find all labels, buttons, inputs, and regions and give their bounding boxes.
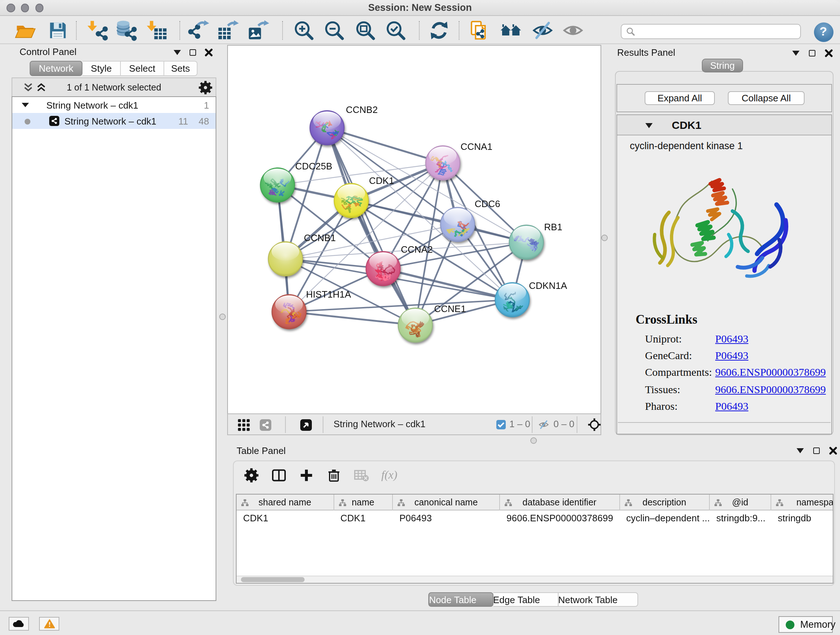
save-session-icon[interactable] [47, 19, 69, 41]
search-input[interactable] [635, 25, 800, 37]
panel-menu-icon[interactable] [792, 51, 799, 56]
hide-eye-icon[interactable] [532, 19, 554, 41]
results-panel-title: Results Panel [617, 47, 675, 58]
panel-float-icon[interactable] [809, 50, 815, 57]
table-tab-edge-table[interactable]: Edge Table [493, 592, 558, 607]
table-row[interactable]: CDK1CDK1P064939606.ENSP00000378699cyclin… [237, 510, 833, 526]
control-tab-style[interactable]: Style [82, 61, 121, 76]
search-field[interactable] [621, 24, 801, 39]
network-canvas[interactable]: CCNB2CCNA1CDC25BCDK1CDC6RB1CCNB1CCNA2CDK… [227, 45, 601, 414]
network-graph[interactable]: CCNB2CCNA1CDC25BCDK1CDC6RB1CCNB1CCNA2CDK… [228, 46, 600, 413]
panel-menu-icon[interactable] [174, 50, 181, 55]
table-cell[interactable]: P06493 [393, 510, 500, 526]
import-table-file-icon[interactable] [146, 19, 168, 41]
cloud-button[interactable] [8, 616, 29, 630]
crosslink-link[interactable]: P06493 [715, 333, 748, 345]
table-cell[interactable]: stringdb [771, 510, 833, 526]
control-tab-sets[interactable]: Sets [164, 61, 197, 76]
protein-section-header[interactable]: CDK1 [617, 115, 831, 135]
protein-expander-icon[interactable] [645, 123, 652, 128]
zoom-out-icon[interactable] [324, 19, 345, 41]
panel-menu-icon[interactable] [797, 448, 804, 453]
network-options-gear-icon[interactable] [198, 80, 213, 95]
column-header-database-identifier[interactable]: database identifier [500, 494, 620, 510]
zoom-selected-icon[interactable] [385, 19, 407, 41]
zoom-in-icon[interactable] [293, 19, 315, 41]
show-eye-icon[interactable] [562, 19, 584, 41]
grid-view-icon[interactable] [237, 418, 250, 432]
table-cell[interactable]: 9606.ENSP00000378699 [500, 510, 620, 526]
crosslink-link[interactable]: 9606.ENSP00000378699 [715, 367, 826, 379]
table-cell[interactable]: CDK1 [237, 510, 334, 526]
table-cell[interactable]: CDK1 [334, 510, 393, 526]
table-panel-title: Table Panel [237, 445, 286, 456]
crosslink-link[interactable]: 9606.ENSP00000378699 [715, 384, 826, 396]
column-header--id[interactable]: @id [710, 494, 771, 510]
delete-column-icon[interactable] [326, 467, 341, 483]
column-header-name[interactable]: name [334, 494, 393, 510]
crosslink-link[interactable]: P06493 [715, 401, 748, 413]
protein-name: CDK1 [672, 119, 701, 131]
node-label-CCNB1: CCNB1 [304, 233, 336, 243]
table-cell[interactable]: cyclin–dependent ... [620, 510, 710, 526]
column-header-description[interactable]: description [620, 494, 710, 510]
network-collection-row[interactable]: String Network – cdk1 1 [12, 97, 216, 113]
birds-eye-view-icon[interactable] [587, 418, 601, 432]
network-node-count: 11 [166, 116, 188, 126]
add-column-icon[interactable] [299, 467, 314, 483]
zoom-fit-icon[interactable] [355, 19, 376, 41]
panel-float-icon[interactable] [813, 448, 820, 454]
selected-checkbox-icon[interactable] [496, 420, 506, 429]
control-tab-select[interactable]: Select [121, 61, 164, 76]
copy-documents-icon[interactable] [468, 19, 490, 41]
scrollbar-thumb[interactable] [241, 577, 305, 582]
open-in-new-window-icon[interactable] [300, 419, 312, 431]
export-network-icon[interactable] [188, 19, 210, 41]
table-horizontal-scrollbar[interactable] [237, 575, 832, 583]
column-header-shared-name[interactable]: shared name [237, 494, 334, 510]
network-view-name: String Network – cdk1 [333, 414, 425, 434]
function-builder-icon: f(x) [381, 469, 397, 481]
network-share-icon[interactable] [260, 419, 271, 431]
crosslink-row: Pharos:P06493 [636, 401, 698, 412]
node-label-CCNA1: CCNA1 [461, 141, 493, 152]
cloud-icon [13, 619, 25, 628]
toolbar-separator [282, 21, 283, 40]
column-header-namespace[interactable]: namespace [771, 494, 833, 510]
left-splitter-handle[interactable] [219, 314, 226, 320]
crosslinks-section: CrossLinks Uniprot:P06493GeneCard:P06493… [636, 312, 698, 412]
memory-button[interactable]: Memory [778, 616, 833, 633]
control-tab-network[interactable]: Network [30, 61, 82, 76]
selected-status: 1 – 0 [509, 414, 531, 434]
split-columns-icon[interactable] [271, 467, 286, 483]
import-network-file-icon[interactable] [87, 19, 109, 41]
table-tab-network-table[interactable]: Network Table [558, 592, 638, 607]
network-row[interactable]: String Network – cdk1 11 48 [12, 113, 216, 129]
table-cell[interactable]: stringdb:9... [710, 510, 771, 526]
column-tree-icon [397, 499, 405, 507]
expand-all-button[interactable]: Expand All [645, 91, 715, 105]
panel-close-icon[interactable] [205, 49, 213, 57]
refresh-icon[interactable] [428, 19, 450, 41]
column-header-canonical-name[interactable]: canonical name [393, 494, 500, 510]
hidden-eye-icon [538, 419, 550, 430]
panel-close-icon[interactable] [825, 49, 833, 57]
help-button[interactable]: ? [813, 22, 833, 42]
panel-close-icon[interactable] [829, 447, 837, 455]
export-image-icon[interactable] [248, 19, 269, 41]
collection-expander-icon[interactable] [22, 103, 29, 107]
node-label-CCNB2: CCNB2 [346, 104, 378, 115]
open-session-icon[interactable] [14, 19, 36, 41]
warning-button[interactable] [39, 616, 59, 630]
right-splitter-handle[interactable] [601, 234, 608, 241]
crosslink-link[interactable]: P06493 [715, 350, 748, 362]
panel-float-icon[interactable] [189, 49, 196, 56]
export-table-icon[interactable] [217, 19, 239, 41]
home-icon[interactable] [500, 19, 522, 41]
import-network-database-icon[interactable] [116, 19, 137, 41]
collapse-all-button[interactable]: Collapse All [728, 91, 805, 105]
column-tree-icon [241, 499, 249, 507]
table-settings-gear-icon[interactable] [244, 467, 259, 483]
results-tab-string[interactable]: String [702, 58, 743, 72]
table-tab-node-table[interactable]: Node Table [428, 592, 493, 607]
